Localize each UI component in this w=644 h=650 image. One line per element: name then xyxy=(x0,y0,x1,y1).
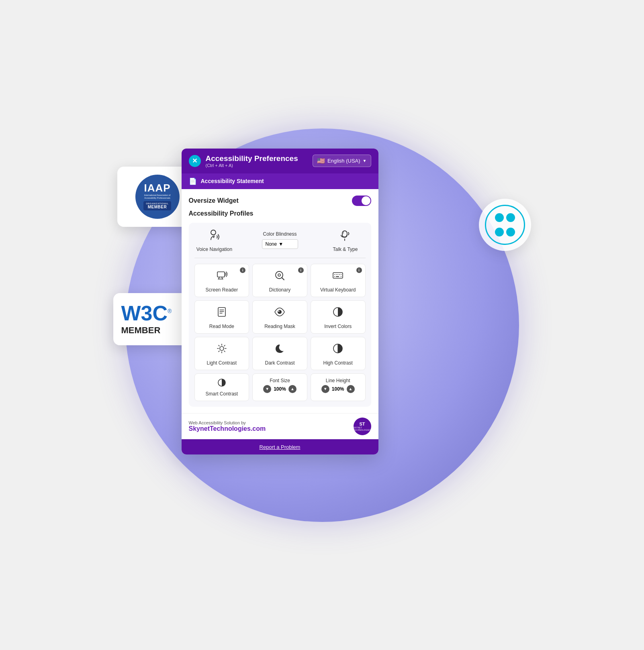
line-height-value: 100% xyxy=(332,386,344,392)
font-size-item: Font Size ▼ 100% ▲ xyxy=(252,373,307,401)
smart-contrast-icon xyxy=(217,378,227,389)
panel-title: Accessibility Preferences xyxy=(206,154,298,163)
report-problem-bar[interactable]: Report a Problem xyxy=(182,439,378,454)
language-selector[interactable]: 🇺🇸 English (USA) ▼ xyxy=(313,155,371,167)
read-mode-item[interactable]: Read Mode xyxy=(194,300,249,334)
footer-text: Web Accessibility Solution by xyxy=(189,420,266,425)
light-contrast-icon xyxy=(216,343,227,357)
flag-icon: 🇺🇸 xyxy=(317,157,325,165)
high-contrast-item[interactable]: High Contrast xyxy=(311,337,366,370)
font-size-decrease[interactable]: ▼ xyxy=(263,385,271,393)
dark-contrast-icon xyxy=(274,343,285,357)
invert-colors-item[interactable]: Invert Colors xyxy=(311,300,366,334)
smart-contrast-label: Smart Contrast xyxy=(205,391,238,397)
iaap-sub-text: International Association of Accessibili… xyxy=(139,194,176,200)
iaap-org-member: MEMBER xyxy=(146,205,168,209)
info-icon-screen-reader: i xyxy=(240,267,245,273)
dictionary-label: Dictionary xyxy=(269,287,290,293)
reading-mask-item[interactable]: Reading Mask xyxy=(252,300,307,334)
dictionary-icon xyxy=(274,270,285,284)
close-button[interactable]: ✕ xyxy=(189,155,201,167)
ball-dot-4 xyxy=(506,228,515,236)
panel-shortcut: (Ctrl + Alt + A) xyxy=(206,163,298,168)
font-size-label: Font Size xyxy=(270,378,290,383)
line-height-decrease[interactable]: ▼ xyxy=(321,385,329,393)
ball-dot-1 xyxy=(495,213,504,222)
read-mode-icon xyxy=(216,306,227,320)
color-blind-select[interactable]: None ▼ xyxy=(262,239,298,249)
footer-logo-subtext: SKYNET TECHNOLOGIES xyxy=(354,426,371,431)
color-blind-label: Color Blindness xyxy=(263,231,296,237)
lang-label: English (USA) xyxy=(327,158,360,164)
read-mode-label: Read Mode xyxy=(209,324,234,329)
reading-mask-icon xyxy=(274,306,285,320)
panel-title-group: Accessibility Preferences (Ctrl + Alt + … xyxy=(206,154,298,168)
invert-colors-label: Invert Colors xyxy=(324,324,352,329)
virtual-keyboard-label: Virtual Keyboard xyxy=(320,287,356,293)
line-height-item: Line Height ▼ 100% ▲ xyxy=(311,373,366,401)
svg-point-6 xyxy=(278,274,280,276)
panel-body: Oversize Widget Accessibility Profiles xyxy=(182,189,378,413)
svg-line-29 xyxy=(219,345,219,346)
voice-navigation-item[interactable]: Voice Navigation xyxy=(194,228,235,252)
svg-point-24 xyxy=(220,346,224,350)
svg-rect-8 xyxy=(333,273,343,278)
ball-dot-2 xyxy=(506,213,515,222)
light-contrast-item[interactable]: Light Contrast xyxy=(194,337,249,370)
font-size-controls: ▼ 100% ▲ xyxy=(263,385,296,393)
line-height-controls: ▼ 100% ▲ xyxy=(321,385,355,393)
light-contrast-label: Light Contrast xyxy=(206,360,237,366)
top-options-row: Voice Navigation Color Blindness None ▼ xyxy=(194,228,366,258)
dark-contrast-label: Dark Contrast xyxy=(265,360,294,366)
svg-line-31 xyxy=(224,345,225,346)
statement-label: Accessibility Statement xyxy=(201,178,264,184)
color-blind-value: None xyxy=(266,241,277,247)
line-height-label: Line Height xyxy=(326,378,350,383)
footer-logo: ST SKYNET TECHNOLOGIES xyxy=(354,418,371,435)
svg-line-32 xyxy=(219,351,219,352)
line-height-increase[interactable]: ▲ xyxy=(347,385,355,393)
document-icon: 📄 xyxy=(189,177,197,185)
accessibility-statement-bar[interactable]: 📄 Accessibility Statement xyxy=(182,173,378,189)
oversize-label: Oversize Widget xyxy=(189,197,239,204)
reading-mask-label: Reading Mask xyxy=(264,324,295,329)
report-link[interactable]: Report a Problem xyxy=(260,444,301,450)
profiles-label: Accessibility Profiles xyxy=(189,210,371,217)
screen-reader-icon xyxy=(216,270,227,284)
high-contrast-icon xyxy=(332,343,343,357)
grid-row-1: i Screen Reader xyxy=(194,264,366,297)
options-grid: Voice Navigation Color Blindness None ▼ xyxy=(189,223,371,407)
accessibility-panel: ✕ Accessibility Preferences (Ctrl + Alt … xyxy=(182,149,378,454)
voice-navigation-icon xyxy=(208,228,221,244)
screen-reader-label: Screen Reader xyxy=(205,287,238,293)
svg-line-30 xyxy=(224,351,225,352)
toggle-knob xyxy=(362,196,370,205)
svg-point-1 xyxy=(213,236,214,238)
footer-brand: Web Accessibility Solution by SkynetTech… xyxy=(189,418,371,435)
footer-link[interactable]: SkynetTechnologies.com xyxy=(189,425,266,432)
ball-dot-3 xyxy=(495,228,504,236)
font-size-increase[interactable]: ▲ xyxy=(288,385,296,393)
grid-row-3: Light Contrast Dark Contrast xyxy=(194,337,366,370)
stepper-row: Smart Contrast Font Size ▼ 100% ▲ Line H… xyxy=(194,373,366,401)
footer-text-group: Web Accessibility Solution by SkynetTech… xyxy=(189,420,266,432)
svg-point-0 xyxy=(211,230,216,235)
smart-contrast-item[interactable]: Smart Contrast xyxy=(194,373,249,401)
panel-footer: Web Accessibility Solution by SkynetTech… xyxy=(182,413,378,439)
voice-nav-label: Voice Navigation xyxy=(196,247,232,252)
color-blindness-container: Color Blindness None ▼ xyxy=(262,231,298,249)
panel-header: ✕ Accessibility Preferences (Ctrl + Alt … xyxy=(182,149,378,173)
font-size-value: 100% xyxy=(274,386,286,392)
virtual-keyboard-item[interactable]: i xyxy=(311,264,366,297)
talk-and-type-item[interactable]: Talk & Type xyxy=(325,228,366,252)
svg-rect-4 xyxy=(217,272,225,277)
talk-type-label: Talk & Type xyxy=(333,247,358,252)
virtual-keyboard-icon xyxy=(332,270,343,284)
talk-type-icon xyxy=(339,228,352,244)
dictionary-item[interactable]: i Dictionary xyxy=(252,264,307,297)
svg-rect-17 xyxy=(218,308,225,316)
screen-reader-item[interactable]: i Screen Reader xyxy=(194,264,249,297)
oversize-toggle[interactable] xyxy=(352,196,371,206)
dark-contrast-item[interactable]: Dark Contrast xyxy=(252,337,307,370)
invert-colors-icon xyxy=(332,306,343,320)
